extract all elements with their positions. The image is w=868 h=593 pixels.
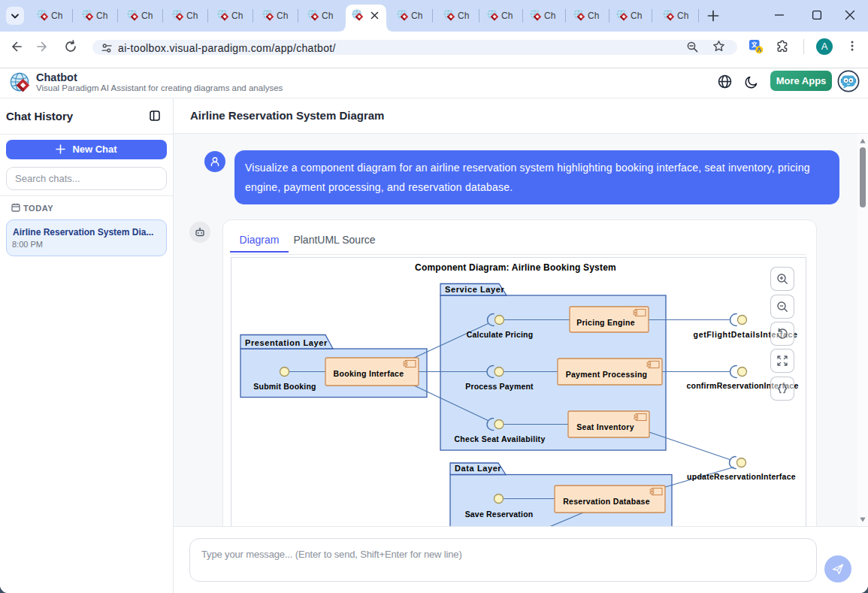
svg-text:updateReservationInterface: updateReservationInterface bbox=[687, 472, 796, 481]
svg-text:Process Payment: Process Payment bbox=[465, 382, 534, 391]
svg-text:Booking Interface: Booking Interface bbox=[334, 369, 404, 378]
svg-text:Pricing Engine: Pricing Engine bbox=[576, 318, 635, 327]
svg-text:Payment Processing: Payment Processing bbox=[566, 370, 648, 379]
svg-text:Presentation Layer: Presentation Layer bbox=[245, 338, 328, 347]
svg-text:Calculate Pricing: Calculate Pricing bbox=[467, 330, 534, 339]
svg-text:Component Diagram: Airline Boo: Component Diagram: Airline Booking Syste… bbox=[415, 262, 616, 273]
svg-text:Check Seat Availability: Check Seat Availability bbox=[454, 434, 545, 443]
svg-text:Service Layer: Service Layer bbox=[445, 285, 504, 294]
svg-text:Save Reservation: Save Reservation bbox=[465, 510, 534, 519]
svg-text:Data Layer: Data Layer bbox=[455, 464, 501, 473]
svg-text:Submit Booking: Submit Booking bbox=[253, 382, 316, 391]
svg-text:Reservation Database: Reservation Database bbox=[563, 497, 650, 506]
svg-text:Seat Inventory: Seat Inventory bbox=[576, 422, 634, 431]
